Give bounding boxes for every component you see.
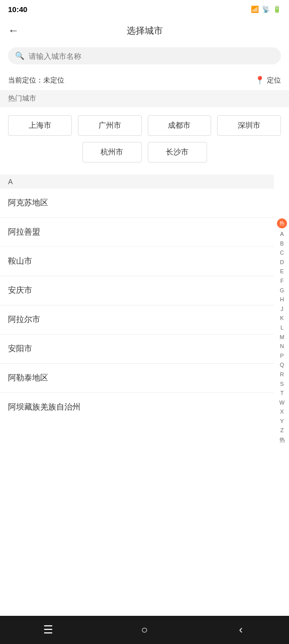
hot-cities-row-1: 上海市 广州市 成都市 深圳市 [8, 115, 281, 136]
alpha-A[interactable]: A [277, 230, 287, 239]
bottom-nav: ☰ ○ ‹ [0, 616, 289, 644]
alpha-X[interactable]: X [277, 408, 287, 417]
alpha-Y[interactable]: Y [277, 417, 287, 426]
alpha-N[interactable]: N [277, 342, 287, 351]
header: ← 选择城市 [0, 18, 289, 43]
home-icon: ○ [141, 623, 148, 636]
section-A: A [0, 175, 274, 189]
status-icon-signal: 📶 [251, 6, 259, 13]
page-title: 选择城市 [127, 25, 163, 37]
status-icon-wifi: 📡 [262, 6, 270, 13]
search-bar: 🔍 [8, 47, 281, 64]
location-status: 当前定位：未定位 [8, 76, 64, 85]
alpha-R[interactable]: R [277, 370, 287, 379]
alpha-F[interactable]: F [277, 277, 287, 286]
locate-button[interactable]: 📍 定位 [255, 75, 281, 85]
city-button-changsha[interactable]: 长沙市 [148, 142, 207, 163]
hot-cities-row-2: 杭州市 长沙市 [8, 142, 281, 167]
city-item-aba[interactable]: 阿坝藏族羌族自治州 [0, 393, 274, 422]
pin-icon: 📍 [255, 75, 265, 85]
alpha-L[interactable]: L [277, 324, 287, 333]
alpha-J[interactable]: J [277, 305, 287, 314]
city-item-anqing[interactable]: 安庆市 [0, 276, 274, 305]
search-input[interactable] [29, 52, 274, 60]
city-button-guangzhou[interactable]: 广州市 [78, 115, 142, 136]
alpha-W[interactable]: W [277, 398, 287, 408]
alpha-hot-top[interactable]: 热 [277, 218, 287, 228]
city-item-aletai[interactable]: 阿勒泰地区 [0, 364, 274, 393]
city-item-alasan[interactable]: 阿拉善盟 [0, 218, 274, 247]
city-button-hangzhou[interactable]: 杭州市 [82, 142, 142, 163]
city-button-shenzhen[interactable]: 深圳市 [217, 115, 281, 136]
search-icon: 🔍 [15, 51, 25, 60]
locate-label: 定位 [267, 76, 281, 85]
alpha-hot-bottom[interactable]: 热 [277, 436, 287, 445]
alpha-Q[interactable]: Q [277, 361, 287, 370]
city-button-shanghai[interactable]: 上海市 [8, 115, 72, 136]
status-icon-battery: 🔋 [273, 6, 281, 13]
alpha-G[interactable]: G [277, 286, 287, 295]
alpha-P[interactable]: P [277, 352, 287, 361]
status-icons: 📶 📡 🔋 [251, 6, 281, 13]
alpha-M[interactable]: M [277, 333, 287, 342]
menu-icon: ☰ [43, 623, 53, 636]
city-item-anshan[interactable]: 鞍山市 [0, 247, 274, 276]
city-item-anyang[interactable]: 安阳市 [0, 335, 274, 364]
nav-menu-button[interactable]: ☰ [0, 623, 97, 636]
back-button[interactable]: ← [8, 24, 19, 37]
alpha-B[interactable]: B [277, 239, 287, 249]
alpha-K[interactable]: K [277, 314, 287, 323]
city-button-chengdu[interactable]: 成都市 [148, 115, 212, 136]
status-bar: 10:40 📶 📡 🔋 [0, 0, 289, 18]
alpha-C[interactable]: C [277, 249, 287, 258]
back-icon: ‹ [239, 623, 243, 636]
city-item-alaer[interactable]: 阿拉尔市 [0, 305, 274, 335]
alpha-sidebar: 热 A B C D E F G H J K L M N P Q R S T W … [275, 216, 289, 447]
alpha-S[interactable]: S [277, 380, 287, 389]
alpha-H[interactable]: H [277, 295, 287, 304]
alpha-Z[interactable]: Z [277, 426, 287, 435]
nav-home-button[interactable]: ○ [97, 623, 193, 636]
status-time: 10:40 [8, 5, 27, 14]
hot-section-header: 热门城市 [0, 90, 289, 107]
city-list: A 阿克苏地区 阿拉善盟 鞍山市 安庆市 阿拉尔市 安阳市 阿勒泰地区 阿坝藏族… [0, 175, 289, 422]
hot-cities: 上海市 广州市 成都市 深圳市 杭州市 长沙市 [0, 107, 289, 175]
alpha-E[interactable]: E [277, 267, 287, 276]
city-item-aksu[interactable]: 阿克苏地区 [0, 189, 274, 218]
alpha-T[interactable]: T [277, 389, 287, 398]
nav-back-button[interactable]: ‹ [192, 623, 289, 636]
location-row: 当前定位：未定位 📍 定位 [0, 70, 289, 90]
alpha-D[interactable]: D [277, 258, 287, 267]
